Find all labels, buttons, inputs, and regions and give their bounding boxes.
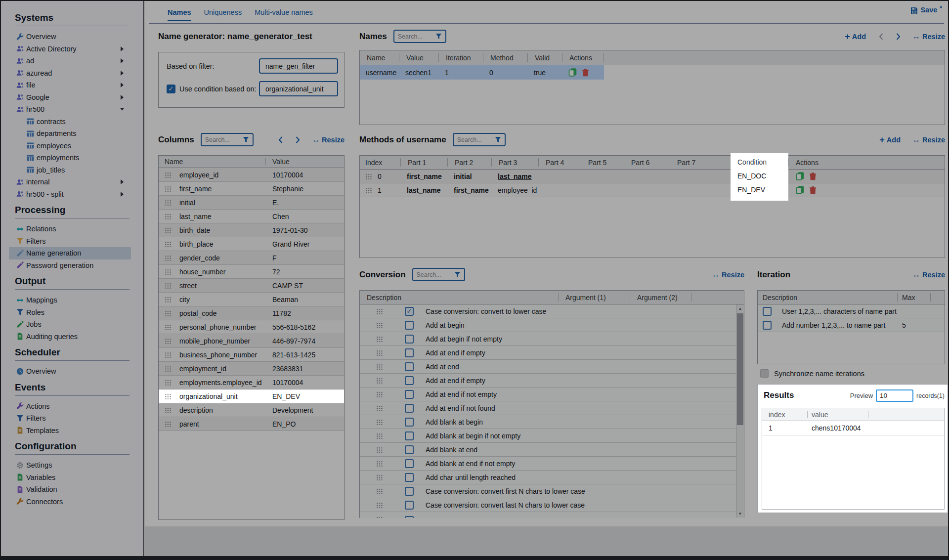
sidebar-item-templates[interactable]: Templates — [9, 425, 131, 437]
table-row[interactable]: employee_id10170004 — [159, 168, 344, 182]
sidebar-item-name-generation[interactable]: Name generation — [9, 247, 131, 259]
table-row[interactable]: gender_codeF — [159, 251, 344, 265]
sidebar-item-mappings[interactable]: Mappings — [9, 294, 131, 306]
sidebar-item-internal[interactable]: internal — [9, 176, 131, 188]
table-row[interactable]: usernamesechen110true — [360, 65, 604, 80]
table-row[interactable]: personal_phone_number556-618-5162 — [159, 320, 344, 334]
drag-handle-icon[interactable] — [376, 336, 383, 342]
table-row-highlighted[interactable]: organizational_unitEN_DEV — [159, 389, 344, 403]
drag-handle-icon[interactable] — [165, 365, 172, 372]
sidebar-item-google[interactable]: Google — [9, 91, 131, 104]
save-button[interactable]: Save * — [910, 6, 942, 14]
delete-icon[interactable] — [581, 68, 590, 77]
sidebar-item-variables[interactable]: Variables — [9, 472, 131, 484]
drag-handle-icon[interactable] — [376, 363, 383, 370]
sidebar-item-validation[interactable]: Validation — [9, 483, 131, 496]
conversion-checkbox[interactable] — [405, 335, 414, 344]
sidebar-item-jobs[interactable]: Jobs — [9, 318, 131, 331]
table-row[interactable]: Add at begin — [360, 318, 744, 332]
table-row[interactable]: last_nameChen — [159, 210, 344, 223]
table-row[interactable]: birth_date1971-01-30 — [159, 223, 344, 237]
names-resize-button[interactable]: ↔Resize — [912, 33, 945, 41]
drag-handle-icon[interactable] — [165, 255, 172, 261]
conversion-checkbox[interactable] — [405, 321, 414, 330]
sidebar-item-connectors[interactable]: Connectors — [9, 496, 131, 508]
scrollbar[interactable]: ▲ ▼ — [736, 304, 744, 517]
drag-handle-icon[interactable] — [376, 460, 383, 467]
table-row[interactable]: Add blank at begin — [360, 415, 744, 429]
drag-handle-icon[interactable] — [165, 268, 172, 275]
methods-search-input[interactable] — [457, 136, 491, 143]
conversion-checkbox[interactable] — [405, 348, 414, 357]
drag-handle-icon[interactable] — [165, 310, 172, 316]
table-row[interactable]: Add at begin if not empty — [360, 332, 744, 346]
methods-search[interactable] — [453, 133, 506, 146]
scroll-up-icon[interactable]: ▲ — [736, 304, 744, 312]
table-row[interactable]: descriptionDevelopment — [159, 403, 344, 417]
columns-next-button[interactable] — [296, 136, 300, 143]
drag-handle-icon[interactable] — [376, 405, 383, 411]
columns-search[interactable] — [201, 133, 254, 146]
conversion-checkbox[interactable] — [405, 487, 414, 496]
drag-handle-icon[interactable] — [165, 213, 172, 219]
scrollbar-thumb[interactable] — [737, 313, 743, 425]
delete-icon[interactable] — [809, 172, 817, 180]
table-row[interactable]: Add number 1,2,3,... to name part5 — [758, 318, 945, 332]
sidebar-item-ad[interactable]: ad — [9, 55, 131, 67]
copy-icon[interactable] — [568, 68, 577, 77]
names-next-button[interactable] — [896, 33, 901, 40]
sidebar-item-settings[interactable]: Settings — [9, 459, 131, 472]
conversion-checkbox[interactable] — [405, 404, 414, 413]
table-row[interactable]: mobile_phone_number446-897-7974 — [159, 334, 344, 348]
use-condition-checkbox[interactable]: ✓ — [167, 85, 175, 93]
drag-handle-icon[interactable] — [376, 446, 383, 453]
table-row[interactable]: Case conversion: convert last N chars to… — [360, 498, 744, 512]
iteration-resize-button[interactable]: ↔Resize — [912, 271, 945, 279]
table-row[interactable]: Add at end if empty — [360, 346, 744, 360]
sidebar-item-employments[interactable]: employments — [9, 152, 131, 164]
table-row[interactable]: postal_code11782 — [159, 306, 344, 320]
drag-handle-icon[interactable] — [376, 377, 383, 384]
tab-names[interactable]: Names — [168, 8, 191, 21]
drag-handle-icon[interactable] — [365, 187, 372, 193]
drag-handle-icon[interactable] — [165, 199, 172, 206]
iteration-checkbox[interactable] — [763, 307, 772, 316]
delete-icon[interactable] — [809, 186, 817, 194]
table-row[interactable]: ✓Case conversion: convert to lower case — [360, 304, 744, 318]
conversion-search-input[interactable] — [417, 271, 450, 278]
sidebar-item-file[interactable]: file — [9, 79, 131, 91]
sidebar-item-active-directory[interactable]: Active Directory — [9, 43, 131, 55]
table-row[interactable]: Add at end — [360, 360, 744, 374]
table-row[interactable]: 1chens10170004 — [762, 421, 944, 435]
drag-handle-icon[interactable] — [165, 324, 172, 330]
preview-count-input[interactable] — [876, 389, 913, 402]
drag-handle-icon[interactable] — [165, 282, 172, 289]
drag-handle-icon[interactable] — [165, 241, 172, 247]
columns-prev-button[interactable] — [278, 136, 283, 143]
table-row[interactable]: employment_id23683831 — [159, 362, 344, 376]
drag-handle-icon[interactable] — [165, 393, 172, 399]
conversion-resize-button[interactable]: ↔Resize — [712, 271, 744, 279]
filter-funnel-icon[interactable] — [495, 136, 501, 143]
drag-handle-icon[interactable] — [376, 308, 383, 314]
table-row[interactable]: first_nameStephanie — [159, 182, 344, 196]
conversion-checkbox[interactable] — [405, 431, 414, 440]
names-search[interactable] — [393, 30, 446, 43]
sidebar-item-hr500-split[interactable]: hr500 - split — [9, 188, 131, 201]
drag-handle-icon[interactable] — [376, 474, 383, 480]
table-row[interactable]: 0first_nameinitiallast_name — [360, 170, 945, 183]
conversion-checkbox[interactable]: ✓ — [405, 307, 414, 316]
methods-add-button[interactable]: +Add — [879, 136, 901, 144]
sidebar-item-roles[interactable]: Roles — [9, 306, 131, 319]
table-row[interactable]: cityBeaman — [159, 293, 344, 306]
iteration-checkbox[interactable] — [763, 321, 772, 330]
conversion-search[interactable] — [412, 268, 465, 281]
drag-handle-icon[interactable] — [376, 349, 383, 356]
copy-icon[interactable] — [796, 186, 804, 194]
drag-handle-icon[interactable] — [376, 502, 383, 508]
drag-handle-icon[interactable] — [165, 351, 172, 358]
names-add-button[interactable]: +Add — [845, 33, 866, 41]
columns-resize-button[interactable]: ↔Resize — [312, 136, 345, 144]
sidebar-item-departments[interactable]: departments — [9, 128, 131, 140]
sidebar-item-relations[interactable]: Relations — [9, 223, 131, 235]
